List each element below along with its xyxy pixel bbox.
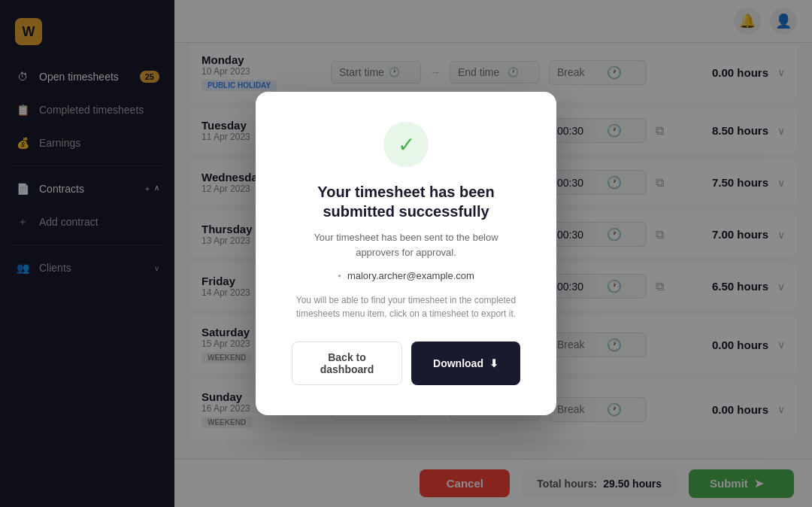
modal-description: Your timesheet has been sent to the belo… bbox=[292, 230, 520, 260]
download-icon: ⬇ bbox=[489, 357, 498, 369]
download-label: Download bbox=[433, 357, 483, 369]
download-button[interactable]: Download ⬇ bbox=[411, 342, 520, 385]
modal-title: Your timesheet has been submitted succes… bbox=[292, 182, 520, 221]
modal-overlay[interactable]: ✓ Your timesheet has been submitted succ… bbox=[0, 0, 812, 507]
success-check-icon: ✓ bbox=[383, 122, 429, 167]
modal-actions: Back to dashboard Download ⬇ bbox=[292, 342, 520, 385]
success-modal: ✓ Your timesheet has been submitted succ… bbox=[256, 92, 556, 415]
back-to-dashboard-button[interactable]: Back to dashboard bbox=[292, 342, 402, 385]
modal-email: malory.archer@example.com bbox=[292, 270, 520, 281]
modal-info: You will be able to find your timesheet … bbox=[292, 293, 520, 320]
